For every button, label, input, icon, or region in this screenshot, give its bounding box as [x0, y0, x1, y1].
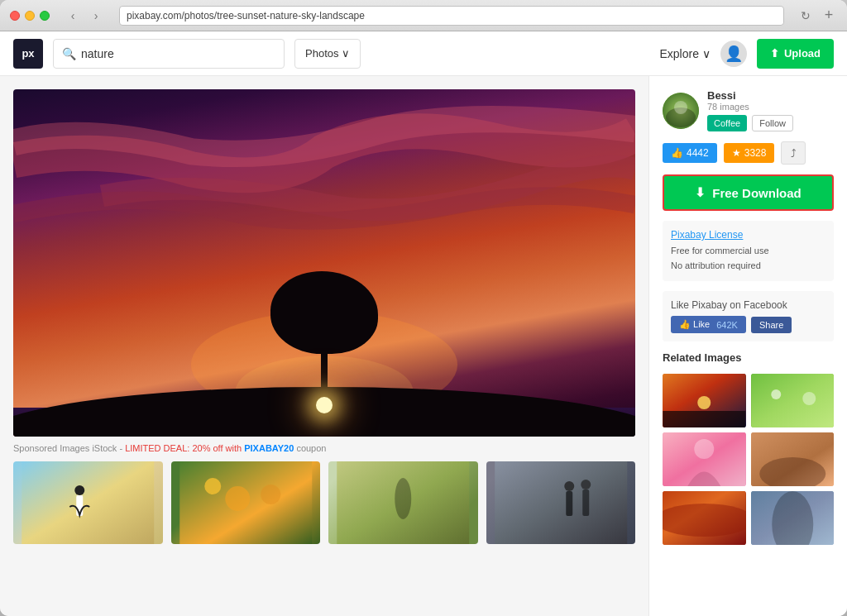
sponsored-thumb-2[interactable] [171, 461, 321, 544]
logo[interactable]: px [13, 39, 43, 69]
main-image-wrapper[interactable] [13, 89, 635, 437]
explore-chevron-icon: ∨ [702, 47, 711, 60]
facebook-box: Like Pixabay on Facebook 👍 Like 642K Sha… [663, 291, 834, 341]
explore-label: Explore [659, 47, 698, 60]
appbar-right: Explore ∨ 👤 ⬆ Upload [659, 39, 834, 69]
download-button[interactable]: ⬇ Free Download [663, 174, 834, 211]
related-image-4[interactable] [751, 432, 835, 486]
user-name: Bessi [707, 89, 834, 102]
search-input[interactable] [81, 47, 275, 60]
svg-rect-15 [582, 489, 589, 516]
new-tab-button[interactable]: + [821, 7, 837, 24]
svg-rect-13 [566, 491, 572, 516]
close-button[interactable] [10, 11, 20, 21]
related-images-title: Related Images [663, 351, 834, 364]
upload-icon: ⬆ [770, 47, 779, 60]
address-text: pixabay.com/photos/tree-sunset-nature-sk… [127, 10, 365, 21]
svg-rect-21 [663, 411, 745, 427]
coffee-button[interactable]: Coffee [707, 115, 747, 131]
fb-share-button[interactable]: Share [751, 317, 792, 333]
stars-count: 3328 [744, 147, 767, 159]
user-info: Bessi 78 images Coffee Follow [663, 89, 834, 131]
fb-buttons: 👍 Like 642K Share [671, 316, 825, 333]
chevron-down-icon: ∨ [342, 47, 350, 60]
photos-dropdown-button[interactable]: Photos ∨ [294, 39, 361, 69]
address-bar[interactable]: pixabay.com/photos/tree-sunset-nature-sk… [119, 6, 784, 26]
svg-point-6 [204, 478, 221, 494]
minimize-button[interactable] [25, 11, 35, 21]
sun-glow [316, 397, 333, 413]
sponsored-thumb-3[interactable] [328, 461, 478, 544]
tree-silhouette [270, 271, 378, 412]
svg-point-10 [395, 478, 411, 519]
related-images-grid [663, 374, 834, 545]
license-line1: Free for commercial use No attribution r… [671, 244, 825, 273]
user-details: Bessi 78 images Coffee Follow [707, 89, 834, 131]
stats-row: 👍 4442 ★ 3328 ⤴ [663, 141, 834, 165]
likes-count: 4442 [687, 147, 709, 159]
svg-rect-2 [22, 461, 154, 544]
download-label: Free Download [712, 186, 802, 200]
fb-like-label: 👍 Like [679, 319, 710, 330]
follow-button[interactable]: Follow [752, 115, 793, 131]
search-box: 🔍 [53, 39, 285, 69]
coupon-text[interactable]: PIXABAY20 [244, 443, 294, 453]
svg-rect-11 [495, 461, 627, 544]
sponsored-text: Sponsored Images iStock - LIMITED DEAL: … [13, 443, 635, 453]
user-avatar-button[interactable]: 👤 [720, 41, 747, 67]
svg-point-30 [663, 504, 746, 537]
svg-point-7 [225, 486, 250, 511]
svg-point-20 [697, 396, 711, 409]
thumbnails-row [13, 461, 635, 544]
like-icon: 👍 [671, 147, 683, 159]
upload-button[interactable]: ⬆ Upload [757, 39, 834, 69]
download-icon: ⬇ [695, 185, 706, 200]
svg-rect-22 [751, 374, 834, 427]
related-image-6[interactable] [751, 491, 835, 545]
user-avatar [663, 93, 699, 129]
search-icon: 🔍 [62, 47, 76, 60]
sponsored-thumb-1[interactable] [13, 461, 163, 544]
user-image-count: 78 images [707, 102, 834, 112]
share-button[interactable]: ⤴ [781, 141, 806, 165]
main-image [13, 89, 635, 437]
related-image-5[interactable] [663, 491, 746, 545]
main-content: Sponsored Images iStock - LIMITED DEAL: … [0, 76, 847, 616]
svg-point-18 [674, 101, 687, 114]
explore-button[interactable]: Explore ∨ [659, 47, 710, 60]
fb-like-button[interactable]: 👍 Like 642K [671, 316, 746, 333]
sidebar: Bessi 78 images Coffee Follow 👍 4442 ★ 3… [648, 76, 847, 616]
nav-buttons: ‹ › [63, 7, 106, 24]
license-box: Pixabay License Free for commercial use … [663, 221, 834, 281]
forward-button[interactable]: › [86, 7, 106, 24]
deal-text[interactable]: LIMITED DEAL: 20% off with [125, 443, 244, 453]
stars-button[interactable]: ★ 3328 [724, 143, 775, 163]
traffic-lights [10, 11, 50, 21]
upload-label: Upload [784, 47, 821, 60]
titlebar: ‹ › pixabay.com/photos/tree-sunset-natur… [0, 0, 847, 31]
svg-point-24 [802, 392, 816, 405]
svg-point-23 [771, 389, 781, 399]
svg-point-8 [261, 485, 280, 504]
user-actions: Coffee Follow [707, 115, 834, 131]
related-image-3[interactable] [663, 432, 746, 486]
related-image-2[interactable] [751, 374, 835, 427]
fb-title: Like Pixabay on Facebook [671, 299, 825, 311]
maximize-button[interactable] [40, 11, 50, 21]
back-button[interactable]: ‹ [63, 7, 83, 24]
user-icon: 👤 [725, 45, 743, 63]
main-area: Sponsored Images iStock - LIMITED DEAL: … [0, 76, 648, 616]
appbar: px 🔍 Photos ∨ Explore ∨ 👤 ⬆ Upload [0, 31, 847, 76]
svg-point-26 [694, 439, 714, 459]
svg-point-12 [564, 481, 574, 491]
reload-button[interactable]: ↻ [797, 7, 814, 24]
related-image-1[interactable] [663, 374, 746, 427]
license-link[interactable]: Pixabay License [671, 229, 825, 241]
tree-crown [270, 271, 378, 354]
star-icon: ★ [732, 147, 741, 159]
svg-point-14 [581, 480, 591, 489]
svg-point-3 [74, 485, 84, 495]
browser-window: ‹ › pixabay.com/photos/tree-sunset-natur… [0, 0, 847, 616]
sponsored-thumb-4[interactable] [486, 461, 636, 544]
likes-button[interactable]: 👍 4442 [663, 143, 717, 163]
